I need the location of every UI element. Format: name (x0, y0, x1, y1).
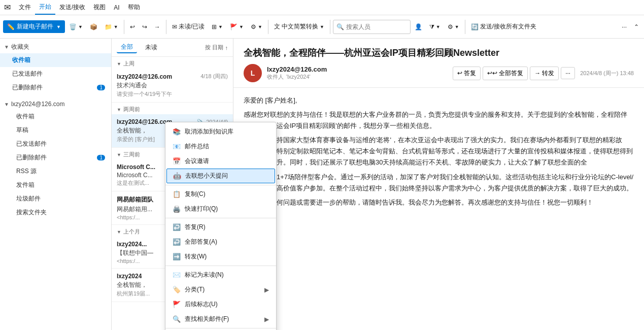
email-row-1[interactable]: lxzy2024@126.com 4/18 (周四) 技术沟通会 请安排一个4/… (112, 69, 233, 103)
app-icon: ✉ (4, 3, 11, 12)
sidebar-item-deleted[interactable]: 已删除邮件 1 (0, 81, 111, 94)
unread-label: 未读/已读 (179, 22, 205, 31)
people-button[interactable]: 👤 (412, 21, 425, 32)
categories-button[interactable]: ⊞ ▼ (209, 21, 226, 32)
search-box[interactable]: 🔍 (333, 20, 411, 34)
delete-button[interactable]: 🗑️ ▼ (66, 21, 86, 32)
filter-button[interactable]: ⧩ ▼ (426, 21, 444, 32)
archive-button[interactable]: 📦 (87, 21, 100, 32)
rules-dropdown-icon: ▼ (258, 24, 262, 29)
ctx-icon-find_related: 🔍 (173, 315, 181, 323)
ctx-item-reply_all[interactable]: ↩️全部答复(A) (165, 235, 276, 249)
account-section: ▼ lxzy2024@126.com 收件箱 草稿 已发送邮件 已删除邮件 1 … (0, 96, 111, 221)
ctx-item-ai_ask[interactable]: 🤖去联想小天提问 (166, 169, 275, 183)
filter-unread-btn[interactable]: 未读 (141, 42, 161, 53)
search-input[interactable] (346, 23, 407, 30)
ctx-item-quick_print[interactable]: 🖨️快速打印(Q) (165, 202, 276, 216)
convert-button[interactable]: 文 中文简繁转换 ▼ (271, 20, 327, 33)
ctx-icon-reply_all: ↩️ (173, 238, 181, 246)
toolbar-more-button[interactable]: ··· (619, 21, 630, 32)
toolbar-collapse-button[interactable]: ⌃ (632, 21, 641, 32)
sidebar-item-sent[interactable]: 已发送邮件 (0, 67, 111, 81)
send-receive-button[interactable]: 🔄 发送/接收所有文件夹 (468, 20, 539, 33)
convert-icon: 文 (274, 22, 280, 31)
ctx-icon-reply: ↩️ (173, 223, 181, 231)
ctx-item-reply[interactable]: ↩️答复(R) (165, 220, 276, 235)
menu-view[interactable]: 视图 (89, 0, 110, 15)
more-action-button[interactable]: ··· (561, 67, 575, 79)
email-body-paragraph: [我的姓名] (244, 211, 634, 222)
sidebar-item-search-folders[interactable]: 搜索文件夹 (0, 206, 111, 219)
undo-icon: ↩ (130, 23, 135, 30)
new-email-button[interactable]: ✏️ 新建电子邮件 ▼ (3, 20, 65, 33)
ctx-arrow-find_related: ▶ (264, 316, 269, 323)
sidebar-item-account-deleted[interactable]: 已删除邮件 1 (0, 151, 111, 164)
sidebar: ▼ 收藏夹 收件箱 已发送邮件 已删除邮件 1 ▼ lxzy2024@126.c… (0, 39, 112, 330)
compose-icon: ✏️ (7, 23, 15, 30)
reply-label: 答复 (464, 69, 476, 78)
flag-button[interactable]: 🚩 ▼ (227, 21, 247, 32)
reply-all-icon: ↩↩ (487, 70, 497, 77)
menu-ai[interactable]: AI (110, 0, 123, 15)
unread-button[interactable]: ✉ 未读/已读 (169, 20, 208, 33)
section-last-week: ▼ 上周 (112, 57, 233, 69)
ctx-item-copy[interactable]: 📋复制(C) (165, 187, 276, 202)
move-button[interactable]: 📁 ▼ (101, 21, 121, 32)
section-collapse-icon-4: ▼ (117, 229, 121, 235)
section-label-4: 上个月 (123, 228, 140, 236)
forward-icon: → (534, 70, 540, 77)
section-label-3: 三周前 (123, 151, 140, 158)
sidebar-item-outbox[interactable]: 发件箱 (0, 178, 111, 192)
redo-button[interactable]: ↪ (139, 21, 150, 32)
email-body-paragraph: [联系信息] (244, 225, 634, 237)
more2-button[interactable]: ⚙ ▼ (445, 21, 462, 32)
reply-all-button[interactable]: ↩↩ 全部答复 (483, 67, 528, 80)
ctx-item-categorize[interactable]: 🏷️分类(T)▶ (165, 282, 276, 297)
ctx-item-meeting_invite[interactable]: 📅会议邀请 (165, 154, 276, 169)
menu-file[interactable]: 文件 (15, 0, 35, 15)
email-body-paragraph: 亲爱的 [客户姓名], (244, 95, 634, 106)
filter-all-btn[interactable]: 全部 (117, 42, 137, 53)
account-deleted-badge: 1 (97, 155, 105, 160)
send-receive-icon: 🔄 (471, 23, 479, 30)
ctx-item-forward[interactable]: ➡️转发(W) (165, 249, 276, 264)
toolbar-sep-4 (330, 20, 330, 34)
ctx-item-flag[interactable]: 🚩后续标志(U) (165, 297, 276, 312)
section-two-weeks: ▼ 两周前 (112, 103, 233, 114)
convert-label: 中文简繁转换 (282, 22, 318, 31)
rules-button[interactable]: ⚙ ▼ (248, 21, 265, 32)
ctx-sep-7 (165, 218, 276, 218)
to-value: 'lxzy2024' (286, 74, 311, 80)
section-collapse-icon-2: ▼ (117, 107, 121, 112)
section-label-1: 上周 (123, 60, 134, 68)
ctx-item-add_knowledge[interactable]: 📚取消添加到知识库 (165, 124, 276, 139)
sidebar-item-account-inbox[interactable]: 收件箱 (0, 110, 111, 123)
ctx-icon-meeting_invite: 📅 (173, 157, 181, 165)
menu-start[interactable]: 开始 (35, 0, 55, 15)
rules-icon: ⚙ (251, 23, 256, 30)
sidebar-item-account-draft[interactable]: 草稿 (0, 123, 111, 137)
sidebar-item-rss[interactable]: RSS 源 (0, 164, 111, 178)
ctx-item-mark_unread[interactable]: ✉️标记为未读(N) (165, 268, 276, 282)
sender-to: 收件人 'lxzy2024' (267, 73, 448, 81)
account-header[interactable]: ▼ lxzy2024@126.com (0, 98, 111, 110)
ctx-label-reply_all: 全部答复(A) (185, 238, 217, 246)
forward-arrow-button[interactable]: → (151, 21, 163, 32)
sidebar-item-account-sent[interactable]: 已发送邮件 (0, 137, 111, 151)
more-action-label: ··· (565, 70, 570, 77)
sidebar-item-junk[interactable]: 垃圾邮件 (0, 192, 111, 206)
ctx-icon-ai_ask: 🤖 (173, 172, 181, 180)
flag-icon: 🚩 (230, 23, 238, 30)
email-sender-3: Microsoft C... (117, 163, 155, 171)
ctx-item-email_summary[interactable]: 📧邮件总结 (165, 139, 276, 154)
section-collapse-icon-3: ▼ (117, 152, 121, 157)
favorites-header[interactable]: ▼ 收藏夹 (0, 41, 111, 53)
reply-button[interactable]: ↩ 答复 (453, 67, 481, 80)
menu-send-receive[interactable]: 发送/接收 (55, 0, 89, 15)
undo-button[interactable]: ↩ (127, 21, 138, 32)
sort-button[interactable]: 按 日期 ↑ (205, 44, 228, 51)
ctx-item-find_related[interactable]: 🔍查找相关邮件(F)▶ (165, 312, 276, 326)
menu-help[interactable]: 帮助 (124, 0, 144, 15)
forward-button[interactable]: → 转发 (530, 67, 559, 80)
sidebar-item-inbox[interactable]: 收件箱 (0, 53, 111, 67)
